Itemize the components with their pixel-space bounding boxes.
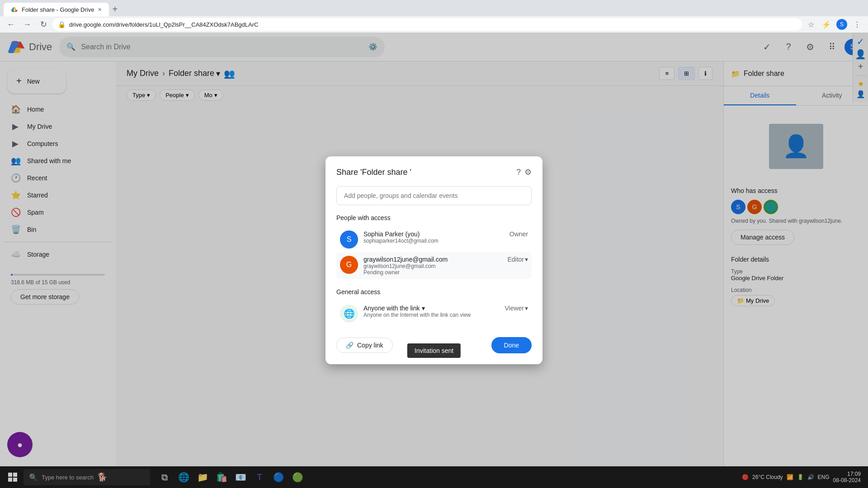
- address-bar[interactable]: 🔒 drive.google.com/drive/folders/1uLl_Qp…: [52, 18, 802, 31]
- editor-status: Pending owner: [363, 269, 502, 276]
- people-with-access-title: People with access: [336, 214, 532, 221]
- access-type-arrow: ▾: [422, 305, 425, 312]
- bookmark-star-btn[interactable]: ☆: [804, 17, 818, 32]
- access-description: Anyone on the Internet with the link can…: [363, 312, 499, 318]
- url-text: drive.google.com/drive/folders/1uLl_Qp2l…: [69, 21, 258, 28]
- profile-btn[interactable]: S: [835, 17, 849, 32]
- dialog-footer: 🔗 Copy link Done Invitation sent: [336, 337, 532, 353]
- copy-link-btn[interactable]: 🔗 Copy link: [336, 338, 393, 353]
- owner-initial: S: [347, 235, 352, 244]
- owner-info: Sophia Parker (you) sophiaparker14oct@gm…: [363, 230, 504, 244]
- owner-row: S Sophia Parker (you) sophiaparker14oct@…: [336, 227, 532, 252]
- access-type-text: Anyone with the link: [363, 305, 420, 312]
- share-dialog: Share 'Folder share ' ? ⚙ People with ac…: [326, 156, 542, 364]
- share-title: Share 'Folder share ': [336, 168, 411, 177]
- editor-role-text: Editor: [507, 256, 524, 263]
- owner-role-text: Owner: [509, 230, 528, 238]
- share-dialog-header: Share 'Folder share ' ? ⚙: [336, 167, 532, 177]
- editor-role-dropdown[interactable]: Editor ▾: [507, 256, 528, 263]
- owner-name: Sophia Parker (you): [363, 230, 504, 238]
- done-btn[interactable]: Done: [491, 337, 532, 353]
- extensions-btn[interactable]: ⚡: [819, 17, 834, 32]
- invitation-toast: Invitation sent: [407, 343, 461, 358]
- owner-role: Owner: [509, 230, 528, 238]
- more-btn[interactable]: ⋮: [850, 17, 864, 32]
- viewer-role-text: Viewer: [505, 305, 524, 312]
- editor-info: graywilson12june@gmail.com graywilson12j…: [363, 256, 502, 276]
- editor-email: graywilson12june@gmail.com: [363, 263, 502, 269]
- overlay: Share 'Folder share ' ? ⚙ People with ac…: [0, 33, 868, 488]
- tab-bar: Folder share - Google Drive × +: [0, 0, 868, 16]
- tab-title: Folder share - Google Drive: [22, 6, 94, 13]
- editor-row: G graywilson12june@gmail.com graywilson1…: [336, 252, 532, 279]
- owner-email: sophiaparker14oct@gmail.com: [363, 238, 504, 244]
- forward-btn[interactable]: →: [20, 17, 34, 32]
- owner-avatar: S: [340, 230, 358, 249]
- share-input[interactable]: [336, 186, 532, 205]
- share-help-btn[interactable]: ?: [516, 167, 521, 177]
- editor-initial: G: [346, 261, 352, 269]
- browser-toolbar: ← → ↻ 🔒 drive.google.com/drive/folders/1…: [0, 16, 868, 33]
- browser-chrome: Folder share - Google Drive × + ← → ↻ 🔒 …: [0, 0, 868, 33]
- svg-marker-6: [11, 10, 14, 12]
- general-access-row: 🌐 Anyone with the link ▾ Anyone on the I…: [336, 301, 532, 326]
- general-access-title: General access: [336, 288, 532, 296]
- access-info: Anyone with the link ▾ Anyone on the Int…: [363, 305, 499, 318]
- back-btn[interactable]: ←: [4, 17, 18, 32]
- new-tab-btn[interactable]: +: [109, 2, 122, 16]
- active-tab[interactable]: Folder share - Google Drive ×: [4, 3, 109, 16]
- svg-marker-5: [14, 10, 18, 12]
- lock-icon: 🔒: [58, 21, 66, 28]
- browser-actions: ☆ ⚡ S ⋮: [804, 17, 864, 32]
- copy-link-label: Copy link: [357, 342, 383, 349]
- reload-btn[interactable]: ↻: [36, 17, 51, 32]
- link-icon: 🔗: [346, 342, 354, 349]
- editor-name: graywilson12june@gmail.com: [363, 256, 502, 263]
- viewer-role-arrow: ▾: [525, 305, 528, 312]
- share-settings-btn[interactable]: ⚙: [524, 167, 532, 177]
- drive-favicon: [11, 6, 18, 13]
- editor-role-arrow: ▾: [525, 256, 528, 263]
- share-header-actions: ? ⚙: [516, 167, 532, 177]
- link-access-icon: 🌐: [340, 305, 358, 323]
- access-type-dropdown[interactable]: Anyone with the link ▾: [363, 305, 499, 312]
- close-tab-btn[interactable]: ×: [98, 6, 101, 13]
- editor-avatar: G: [340, 256, 358, 274]
- viewer-role-dropdown[interactable]: Viewer ▾: [505, 305, 528, 312]
